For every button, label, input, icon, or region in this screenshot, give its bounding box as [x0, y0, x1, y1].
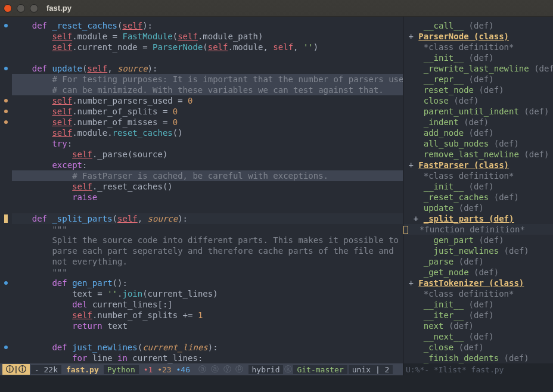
outline-item[interactable]: close (def) [403, 95, 553, 106]
outline-item[interactable]: just_newlines (def) [403, 245, 553, 256]
code-line[interactable]: try: [12, 138, 403, 149]
ml-k: ⓚ [284, 364, 292, 375]
window-title: fast.py [46, 4, 72, 13]
outline-item[interactable]: remove_last_newline (def) [403, 149, 553, 160]
minimize-icon[interactable] [17, 4, 25, 13]
code-line[interactable]: def just_newlines(current_lines): [12, 342, 403, 353]
ml-warnings: ⓘ|ⓘ [2, 364, 30, 375]
code-line[interactable] [12, 52, 403, 63]
code-line[interactable]: self.number_parsers_used = 0 [12, 95, 403, 106]
code-line[interactable]: return text [12, 321, 403, 331]
outline-item[interactable]: __next__ (def) [403, 331, 553, 342]
code-line[interactable]: def gen_part(): [12, 278, 403, 288]
workspace: def _reset_caches(self): self.module = F… [0, 17, 553, 363]
outline-item[interactable]: + FastTokenizer (class) [403, 278, 553, 288]
code-line[interactable]: def update(self, source): [12, 63, 403, 74]
minibuffer[interactable] [0, 375, 553, 392]
outline-item[interactable]: + ParserNode (class) [403, 31, 553, 42]
code-line[interactable]: text = ''.join(current_lines) [12, 288, 403, 299]
outline-item[interactable]: __call__ (def) [403, 20, 553, 31]
titlebar: fast.py [0, 0, 553, 17]
code-line[interactable]: except: [12, 160, 403, 170]
ml-err: •1 [144, 365, 153, 374]
outline-item[interactable]: __repr__ (def) [403, 74, 553, 85]
code-line[interactable]: # can be minimized. With these variables… [12, 85, 403, 95]
outline-item[interactable]: _reset_caches (def) [403, 192, 553, 203]
outline-item[interactable]: _rewrite_last_newline (def) [403, 63, 553, 74]
modeline-outline: U:%*- *Ilist* fast.py [403, 363, 553, 375]
outline-item[interactable]: *function definition* [403, 224, 553, 235]
ml-major-mode: Python [104, 365, 139, 374]
outline-item[interactable]: *class definition* [403, 288, 553, 299]
modelines: ⓘ|ⓘ - 22k fast.py Python •1 •23 •46 ⓐ ⓐ … [0, 363, 553, 375]
outline-item[interactable]: all_sub_nodes (def) [403, 138, 553, 149]
outline-item[interactable]: + FastParser (class) [403, 160, 553, 170]
code-line[interactable]: self.module.reset_caches() [12, 127, 403, 138]
code-line[interactable]: self.number_of_splits += 1 [12, 310, 403, 321]
code-line[interactable]: # For testing purposes: It is important … [12, 74, 403, 85]
outline-item[interactable]: __init__ (def) [403, 181, 553, 192]
outline-item[interactable]: *class definition* [403, 170, 553, 181]
code-line[interactable]: # FastParser is cached, be careful with … [12, 170, 403, 181]
code-line[interactable]: """ [12, 224, 403, 235]
outline-item[interactable]: __iter__ (def) [403, 310, 553, 321]
ml-minor-modes: ⓐ ⓐ ⓨ ⓟ [195, 364, 247, 375]
outline-item[interactable]: *class definition* [403, 42, 553, 52]
ml-info: •46 [176, 365, 190, 374]
outline-item[interactable]: __init__ (def) [403, 299, 553, 310]
code-line[interactable]: not everything. [12, 256, 403, 267]
outline-item[interactable]: add_node (def) [403, 127, 553, 138]
code-line[interactable] [12, 203, 403, 213]
ml-position: - 22k [31, 365, 61, 374]
code-line[interactable]: def _split_parts(self, source): [12, 213, 403, 224]
close-icon[interactable] [4, 4, 12, 13]
modeline-main: ⓘ|ⓘ - 22k fast.py Python •1 •23 •46 ⓐ ⓐ … [0, 363, 403, 375]
code-line[interactable]: del current_lines[:] [12, 299, 403, 310]
ml-encoding: unix | 2 [349, 365, 393, 374]
code-line[interactable]: self._reset_caches() [12, 181, 403, 192]
outline-item[interactable]: reset_node (def) [403, 85, 553, 95]
outline-item[interactable]: _indent (def) [403, 117, 553, 127]
outline-item[interactable]: update (def) [403, 203, 553, 213]
ml-theme: hybrid [248, 365, 284, 374]
ml-flycheck: •1 •23 •46 [140, 365, 194, 374]
outline-item[interactable]: __init__ (def) [403, 52, 553, 63]
gutter [0, 20, 12, 363]
ml-filename: fast.py [63, 365, 102, 374]
code-line[interactable]: """ [12, 267, 403, 278]
ml-vcs: Git-master [293, 365, 347, 374]
outline-item[interactable]: parent_until_indent (def) [403, 106, 553, 117]
code-line[interactable]: self.current_node = ParserNode(self.modu… [12, 42, 403, 52]
outline-item[interactable]: gen_part (def) [403, 235, 553, 245]
editor-pane[interactable]: def _reset_caches(self): self.module = F… [0, 17, 403, 363]
outline-item[interactable]: _get_node (def) [403, 267, 553, 278]
code-line[interactable] [12, 331, 403, 342]
code-line[interactable]: parse each part seperately and therefore… [12, 245, 403, 256]
outline-item[interactable]: _parse (def) [403, 256, 553, 267]
code-area[interactable]: def _reset_caches(self): self.module = F… [12, 20, 403, 363]
code-line[interactable]: self.number_of_misses = 0 [12, 117, 403, 127]
outline-item[interactable]: _close (def) [403, 342, 553, 353]
code-line[interactable]: self.module = FastModule(self.module_pat… [12, 31, 403, 42]
outline-item[interactable]: + _split_parts (def) [403, 213, 553, 224]
outline-item[interactable]: next (def) [403, 321, 553, 331]
ml-right-text: U:%*- *Ilist* fast.py [406, 365, 504, 374]
code-line[interactable]: for line in current_lines: [12, 353, 403, 363]
ml-warn: •23 [157, 365, 171, 374]
code-line[interactable]: raise [12, 192, 403, 203]
code-line[interactable]: def _reset_caches(self): [12, 20, 403, 31]
outline-pane[interactable]: __call__ (def) + ParserNode (class) *cla… [403, 17, 553, 363]
outline-item[interactable]: _finish_dedents (def) [403, 353, 553, 363]
code-line[interactable]: self._parse(source) [12, 149, 403, 160]
maximize-icon[interactable] [30, 4, 38, 13]
code-line[interactable]: Split the source code into different par… [12, 235, 403, 245]
code-line[interactable]: self.number_of_splits = 0 [12, 106, 403, 117]
